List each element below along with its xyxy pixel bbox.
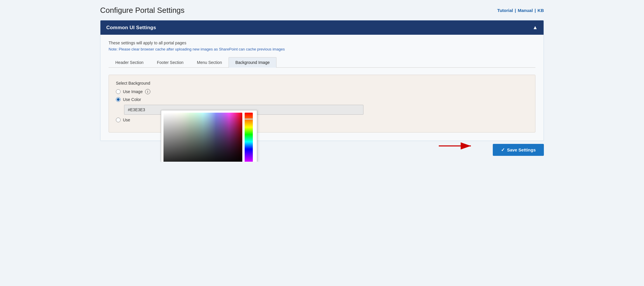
tab-footer-section[interactable]: Footer Section xyxy=(150,57,190,68)
background-section-box: Select Background Use Image i Use Color xyxy=(109,75,535,132)
manual-link[interactable]: Manual xyxy=(518,8,533,13)
gradient-black-overlay xyxy=(163,113,242,162)
use-image-label: Use Image xyxy=(123,89,143,94)
tab-background-image[interactable]: Background Image xyxy=(229,57,276,68)
tab-menu-section[interactable]: Menu Section xyxy=(190,57,229,68)
collapse-icon[interactable]: ▲ xyxy=(532,25,538,31)
use-color-label: Use Color xyxy=(123,97,141,102)
card-body: These settings will apply to all portal … xyxy=(100,35,544,141)
header-links: Tutorial | Manual | KB xyxy=(497,8,544,13)
card-header: Common UI Settings ▲ xyxy=(100,20,544,35)
use-color-option: Use Color xyxy=(116,97,528,102)
use-other-radio[interactable] xyxy=(116,118,121,122)
save-settings-label: Save Settings xyxy=(507,147,536,152)
color-picker-popup: + xyxy=(161,110,257,162)
use-image-radio[interactable] xyxy=(116,89,121,94)
select-background-label: Select Background xyxy=(116,81,528,86)
card-header-title: Common UI Settings xyxy=(106,25,156,31)
color-gradient-canvas[interactable] xyxy=(163,113,242,162)
common-ui-settings-card: Common UI Settings ▲ These settings will… xyxy=(100,20,544,141)
color-spectrum-bar[interactable] xyxy=(245,113,253,162)
spectrum-thumb xyxy=(245,118,253,120)
color-picker-inner xyxy=(163,113,255,162)
checkmark-icon: ✓ xyxy=(501,147,505,153)
sep2: | xyxy=(535,8,536,13)
use-other-label: Use xyxy=(123,118,130,122)
settings-note: Note: Please clear browser cache after u… xyxy=(109,47,535,51)
use-color-radio[interactable] xyxy=(116,97,121,102)
tutorial-link[interactable]: Tutorial xyxy=(497,8,513,13)
settings-info: These settings will apply to all portal … xyxy=(109,41,535,45)
page-header: Configure Portal Settings Tutorial | Man… xyxy=(100,6,544,15)
kb-link[interactable]: KB xyxy=(537,8,544,13)
info-icon[interactable]: i xyxy=(145,89,150,94)
save-settings-button[interactable]: ✓ Save Settings xyxy=(493,144,544,156)
sep1: | xyxy=(515,8,516,13)
tabs-row: Header Section Footer Section Menu Secti… xyxy=(109,57,535,68)
tab-header-section[interactable]: Header Section xyxy=(109,57,150,68)
page-title: Configure Portal Settings xyxy=(100,6,185,15)
use-image-option: Use Image i xyxy=(116,89,528,94)
